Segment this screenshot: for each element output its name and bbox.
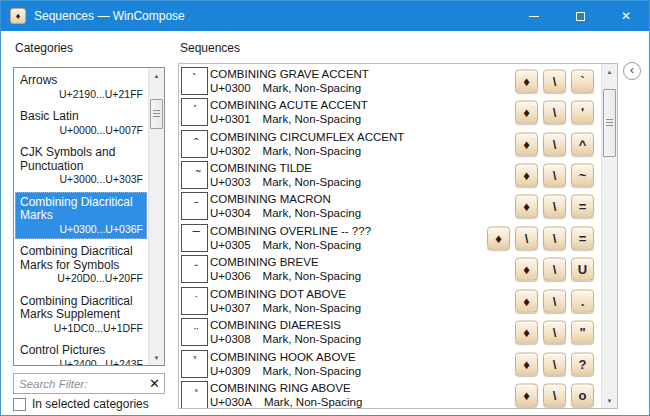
sequence-category: Mark, Non-Spacing (263, 365, 361, 377)
sequence-row[interactable]: ́ COMBINING ACUTE ACCENT U+0301Mark, Non… (181, 96, 600, 127)
category-unicode-range: U+2400...U+243F (20, 358, 143, 367)
category-unicode-range: U+0300...U+036F (20, 223, 143, 236)
sequence-row[interactable]: ̆ COMBINING BREVE U+0306Mark, Non-Spacin… (181, 254, 600, 285)
sequence-codepoint: U+0305 (210, 239, 251, 251)
compose-key-icon: ♦ (515, 321, 538, 344)
sequence-category: Mark, Non-Spacing (263, 302, 361, 314)
sequence-keys: ♦\o (510, 384, 594, 407)
key-icon: \ (543, 321, 566, 344)
sequence-row[interactable]: ̀ COMBINING GRAVE ACCENT U+0300Mark, Non… (181, 65, 600, 96)
scroll-down-icon[interactable]: ▼ (149, 350, 164, 365)
sequence-category: Mark, Non-Spacing (263, 113, 361, 125)
key-icon: \ (543, 132, 566, 155)
compose-key-icon: ♦ (515, 195, 538, 218)
key-icon: \ (543, 258, 566, 281)
sequence-codepoint: U+0301 (210, 113, 251, 125)
sequence-row[interactable]: ̊ COMBINING RING ABOVE U+030AMark, Non-S… (181, 379, 600, 409)
category-item[interactable]: Combining Diacritical Marks for Symbols … (15, 241, 147, 289)
category-unicode-range: U+0000...U+007F (20, 124, 143, 137)
sequence-category: Mark, Non-Spacing (263, 239, 361, 251)
key-icon: ` (571, 69, 594, 92)
collapse-panel-button[interactable]: ‹ (623, 62, 641, 80)
sequences-label: Sequences (180, 41, 240, 55)
category-item[interactable]: Basic Latin U+0000...U+007F (15, 106, 147, 140)
sequence-codepoint: U+0304 (210, 207, 251, 219)
sequence-row[interactable]: ̄ COMBINING MACRON U+0304Mark, Non-Spaci… (181, 191, 600, 222)
glyph-preview: ̃ (181, 161, 208, 189)
sequence-row[interactable]: ̇ COMBINING DOT ABOVE U+0307Mark, Non-Sp… (181, 285, 600, 316)
sequence-row[interactable]: ̂ COMBINING CIRCUMFLEX ACCENT U+0302Mark… (181, 128, 600, 159)
sequence-category: Mark, Non-Spacing (263, 176, 361, 188)
sequence-codepoint: U+0300 (210, 82, 251, 94)
key-icon: . (571, 289, 594, 312)
sequences-scrollbar[interactable]: ▲ ▼ (601, 64, 617, 408)
category-unicode-range: U+2190...U+21FF (20, 88, 143, 101)
sequence-codepoint: U+0306 (210, 270, 251, 282)
checkbox-icon (13, 398, 26, 411)
category-unicode-range: U+3000...U+303F (20, 173, 143, 186)
in-selected-categories-checkbox[interactable]: In selected categories (13, 397, 149, 411)
sequence-category: Mark, Non-Spacing (263, 82, 361, 94)
key-icon: = (571, 226, 594, 249)
category-name: Combining Diacritical Marks (20, 196, 143, 223)
categories-scrollbar[interactable]: ▲ ▼ (148, 68, 164, 365)
glyph-preview: ̆ (181, 255, 208, 283)
key-icon: U (571, 258, 594, 281)
category-name: Arrows (20, 74, 143, 88)
key-icon: = (571, 195, 594, 218)
compose-key-icon: ♦ (515, 289, 538, 312)
category-item[interactable]: Combining Diacritical Marks U+0300...U+0… (15, 192, 147, 240)
sequence-category: Mark, Non-Spacing (263, 207, 361, 219)
glyph-preview: ̅ (181, 224, 208, 252)
glyph-preview: ́ (181, 98, 208, 126)
scroll-up-icon[interactable]: ▲ (602, 64, 617, 79)
minimize-button[interactable] (511, 1, 557, 31)
scrollbar-thumb[interactable] (150, 99, 163, 129)
sequence-row[interactable]: ̉ COMBINING HOOK ABOVE U+0309Mark, Non-S… (181, 348, 600, 379)
category-item[interactable]: Arrows U+2190...U+21FF (15, 70, 147, 104)
key-icon: o (571, 384, 594, 407)
sequence-row[interactable]: ̅ COMBINING OVERLINE -- ??? U+0305Mark, … (181, 222, 600, 253)
category-item[interactable]: Control Pictures U+2400...U+243F (15, 340, 147, 366)
clear-search-icon[interactable]: ✕ (149, 376, 160, 392)
sequence-row[interactable]: ̃ COMBINING TILDE U+0303Mark, Non-Spacin… (181, 159, 600, 190)
close-button[interactable]: ✕ (603, 1, 649, 31)
scroll-down-icon[interactable]: ▼ (602, 393, 617, 408)
key-icon: \ (543, 164, 566, 187)
compose-key-icon: ♦ (515, 164, 538, 187)
sequence-keys: ♦\" (510, 321, 594, 344)
checkbox-label: In selected categories (32, 397, 149, 411)
scrollbar-thumb[interactable] (603, 89, 616, 157)
compose-key-icon: ♦ (487, 226, 510, 249)
maximize-icon (576, 12, 585, 21)
maximize-button[interactable] (557, 1, 603, 31)
sequence-codepoint: U+030A (210, 396, 252, 408)
sequence-codepoint: U+0302 (210, 145, 251, 157)
category-unicode-range: U+20D0...U+20FF (20, 272, 143, 285)
sequence-keys: ♦\? (510, 352, 594, 375)
scroll-up-icon[interactable]: ▲ (149, 68, 164, 83)
search-input[interactable] (17, 375, 143, 392)
category-unicode-range: U+1DC0...U+1DFF (20, 322, 143, 335)
key-icon: ' (571, 101, 594, 124)
key-icon: ^ (571, 132, 594, 155)
category-item[interactable]: CJK Symbols and Punctuation U+3000...U+3… (15, 142, 147, 190)
sequence-keys: ♦\\= (482, 226, 594, 249)
key-icon: \ (543, 195, 566, 218)
categories-list: Arrows U+2190...U+21FF Basic Latin U+000… (13, 67, 165, 366)
glyph-preview: ̂ (181, 130, 208, 158)
app-icon: ♦ (10, 8, 26, 24)
titlebar[interactable]: ♦ Sequences — WinCompose ✕ (1, 1, 649, 31)
sequences-list: ̀ COMBINING GRAVE ACCENT U+0300Mark, Non… (178, 63, 618, 409)
glyph-preview: ̀ (181, 67, 208, 95)
sequence-codepoint: U+0308 (210, 333, 251, 345)
chevron-left-icon: ‹ (630, 64, 634, 76)
search-filter-box: ✕ (13, 373, 165, 394)
sequence-codepoint: U+0303 (210, 176, 251, 188)
sequence-row[interactable]: ̈ COMBINING DIAERESIS U+0308Mark, Non-Sp… (181, 317, 600, 348)
sequence-keys: ♦\~ (510, 164, 594, 187)
key-icon: \ (543, 289, 566, 312)
categories-label: Categories (15, 41, 73, 55)
category-item[interactable]: Combining Diacritical Marks Supplement U… (15, 291, 147, 339)
category-name: CJK Symbols and Punctuation (20, 146, 143, 173)
